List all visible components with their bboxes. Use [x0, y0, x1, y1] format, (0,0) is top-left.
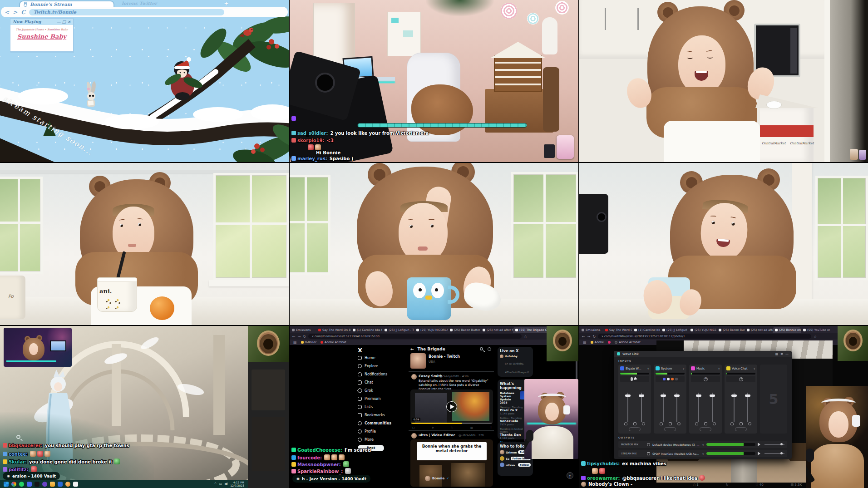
fader-track[interactable]	[712, 393, 713, 422]
tray-chevron-icon[interactable]: ^	[214, 482, 217, 486]
volume-slider[interactable]	[764, 444, 784, 445]
add-source[interactable]	[691, 376, 720, 382]
browser-tab[interactable]: (25) JJ Lofigurl - Tw...	[660, 327, 688, 333]
avatar[interactable]	[411, 374, 417, 380]
empty-channel-slot[interactable]: 5	[760, 365, 787, 434]
sidebar-item-chat[interactable]: Chat	[358, 380, 373, 384]
fader-track[interactable]	[734, 393, 735, 422]
reply-compose-row[interactable]: Bonnie ✓	[425, 476, 449, 481]
repost-icon[interactable]: ↻	[726, 483, 729, 487]
search-icon[interactable]	[16, 435, 20, 439]
cabinet-handle[interactable]	[605, 8, 606, 30]
source-icons[interactable]	[656, 376, 685, 382]
fader-knob[interactable]	[639, 394, 644, 397]
chevron-down-icon[interactable]: ∨	[647, 367, 649, 370]
fader-knob[interactable]	[696, 394, 701, 397]
browser-tab[interactable]: Say The Word On B...	[603, 327, 632, 333]
sidebar-item-lists[interactable]: Lists	[358, 405, 373, 409]
back-icon[interactable]: ←	[292, 335, 296, 339]
browser-tab[interactable]: (1) Caroline bbs to...	[632, 327, 660, 333]
headphones-icon[interactable]	[730, 422, 734, 425]
discord-icon[interactable]	[42, 482, 47, 487]
fader-track[interactable]	[747, 393, 748, 422]
add-source[interactable]	[726, 376, 755, 382]
sidebar-item-communities[interactable]: Communities	[358, 421, 391, 425]
monitor-stream-toggles[interactable]	[689, 422, 722, 425]
chrome-icon[interactable]	[11, 482, 16, 487]
link-faders-button[interactable]	[664, 427, 676, 431]
browser-tab[interactable]: (25) YUJU NICORLA...	[688, 327, 716, 333]
views-count[interactable]: ▥ 5.3K	[790, 483, 802, 487]
stream-icon[interactable]	[677, 422, 681, 425]
chevron-down-icon[interactable]: ∨	[702, 452, 704, 455]
reload-icon[interactable]: ↻	[592, 335, 596, 339]
monitor-stream-toggles[interactable]	[725, 422, 757, 425]
fader-knob[interactable]	[731, 394, 737, 397]
link-faders-button[interactable]	[700, 427, 711, 431]
volume-icon[interactable]: ◀)	[224, 482, 228, 486]
new-tab-button[interactable]: +	[223, 0, 228, 7]
browser-tab[interactable]: Emissions	[290, 327, 316, 333]
browser-tab[interactable]: (25) YUJU NICORLANTS R...	[414, 327, 448, 333]
back-arrow-icon[interactable]: ←	[410, 347, 414, 351]
microwave-buttons[interactable]	[790, 28, 797, 74]
source-icons[interactable]	[620, 376, 649, 382]
output-volume[interactable]	[706, 452, 755, 455]
settings-icon[interactable]	[488, 347, 491, 351]
whatsapp-icon[interactable]	[19, 482, 24, 487]
browser-tab[interactable]: (25) JJ Lofigurl - Twitch	[382, 327, 414, 333]
window-buttons[interactable]: ▦✱—	[775, 352, 789, 356]
bookmark-item[interactable]: Adobe Acrobat	[321, 340, 346, 344]
tweet-video[interactable]: 0:59	[410, 389, 493, 424]
app-icon-blue[interactable]	[27, 482, 32, 487]
bookmark-item[interactable]: Adobe Acrobat	[615, 340, 641, 344]
app-icon-dark[interactable]	[35, 482, 39, 487]
fader-track[interactable]	[676, 393, 677, 422]
grid-icon[interactable]: ▦	[775, 352, 779, 356]
volume-slider[interactable]	[764, 453, 784, 454]
link-faders-button[interactable]	[735, 427, 747, 431]
sidebar-item-premium[interactable]: Premium	[358, 397, 381, 401]
forward-icon[interactable]: →	[298, 335, 301, 339]
browser-tab[interactable]: (55) YouTube on X	[801, 327, 830, 333]
sidebar-item-notifications[interactable]: Notifications	[358, 372, 387, 376]
fader-track[interactable]	[663, 393, 664, 422]
reply-count[interactable]: ○ 1	[693, 483, 699, 487]
fader-knob[interactable]	[661, 394, 666, 397]
follow-button[interactable]: Follow	[518, 463, 531, 467]
start-button[interactable]	[4, 482, 9, 487]
bookmark-item[interactable]: B-Roller	[301, 340, 316, 344]
sidebar-item-grok[interactable]: Grok	[358, 389, 373, 393]
address-bar[interactable]: Twitch.tv/Bonnie	[29, 9, 224, 15]
chevron-down-icon[interactable]: ∨	[702, 443, 704, 446]
x-logo[interactable]: X	[358, 347, 362, 354]
tweet-media[interactable]: Bonnie when she grabs the metal detector	[410, 439, 493, 487]
browser-tab[interactable]: (25) not ad after fight in s...	[480, 327, 513, 333]
stream-icon[interactable]	[713, 422, 716, 425]
browser-tab-active[interactable]: Bonnie's Stream	[19, 0, 114, 7]
browser-tab-active[interactable]: (55) The Brigade Commu...	[513, 327, 547, 333]
monitor-stream-toggles[interactable]	[618, 422, 651, 425]
bookmark-dot-icon[interactable]	[608, 341, 611, 344]
sidebar-item-more[interactable]: More	[358, 438, 374, 442]
cabinet-handle[interactable]	[637, 8, 639, 30]
app-icon-light[interactable]	[73, 482, 78, 487]
apps-grid-icon[interactable]: ▦	[583, 340, 587, 345]
star-icon[interactable]: ☆	[524, 335, 527, 339]
wavelink-titlebar[interactable]: Wave Link ▦✱—	[614, 351, 792, 357]
mix-icon[interactable]	[704, 422, 707, 425]
browser-tab-inactive[interactable]: lorens Twitter	[122, 1, 157, 6]
chevron-down-icon[interactable]: ∨	[718, 367, 720, 370]
mix-icon[interactable]	[633, 422, 636, 425]
play-button[interactable]	[446, 401, 457, 412]
share-icon[interactable]: ↑	[490, 426, 492, 429]
browser-tab-active[interactable]: (25) Bonnie on X	[773, 327, 801, 333]
avatar[interactable]	[411, 433, 417, 439]
monitor-stream-toggles[interactable]	[654, 422, 686, 425]
browser-tab[interactable]: Emissions	[579, 327, 603, 333]
headphones-icon[interactable]	[695, 422, 698, 425]
tweet-actions[interactable]: ○↻♡▥↑	[412, 426, 492, 429]
firefox-icon[interactable]	[65, 482, 70, 487]
nav-buttons[interactable]: < > C	[5, 9, 26, 15]
forward-icon[interactable]: →	[587, 335, 591, 339]
